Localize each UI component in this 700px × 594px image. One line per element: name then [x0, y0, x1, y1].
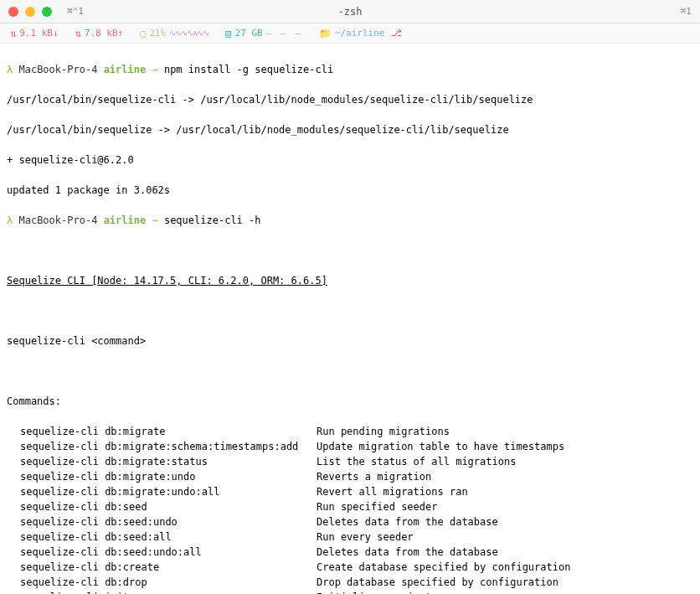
battery-value: 21%: [149, 28, 166, 39]
battery-icon: ▢: [140, 28, 146, 39]
prompt-host: MacBook-Pro-4: [18, 214, 97, 226]
command-alias: [690, 529, 693, 545]
command-description: Deletes data from the database: [317, 545, 690, 560]
disk-stat: ▤ 27 GB — — —: [225, 28, 301, 39]
command-description: Run specified seeder: [317, 499, 690, 514]
command-name: sequelize-cli db:create: [7, 560, 317, 575]
prompt-arrow: →: [152, 214, 157, 226]
command-alias: [690, 514, 693, 529]
command-name: sequelize-cli db:drop: [7, 575, 317, 590]
command-description: Create database specified by configurati…: [317, 560, 690, 575]
command-alias: [690, 545, 693, 560]
command-description: Run pending migrations: [317, 424, 690, 439]
command-description: Reverts a migration: [317, 469, 690, 484]
minimize-window-button[interactable]: [25, 7, 35, 17]
command-alias: [690, 454, 693, 469]
prompt-line: λ MacBook-Pro-4 airline → sequelize-cli …: [7, 213, 693, 228]
command-description: Drop database specified by configuration: [317, 575, 690, 590]
prompt-lambda: λ: [7, 64, 13, 75]
command-row: sequelize-cli db:seed:undo:allDeletes da…: [7, 545, 693, 560]
command-row: sequelize-cli db:migrate:statusList the …: [7, 454, 693, 469]
command-name: sequelize-cli db:seed:all: [7, 529, 317, 545]
command-alias: [690, 575, 693, 590]
command-alias: [690, 424, 693, 439]
command-alias: [690, 590, 693, 594]
command-row: sequelize-cli db:migrate:schema:timestam…: [7, 439, 693, 454]
git-branch-icon: ⎇: [391, 28, 402, 39]
window-titlebar: ⌘⌃1 -zsh ⌘1: [0, 0, 700, 23]
current-folder-stat: 📁 ~/airline ⎇: [319, 28, 403, 39]
window-title: -zsh: [338, 6, 363, 18]
command-name: sequelize-cli init: [7, 590, 317, 594]
disk-icon: ▤: [225, 28, 231, 39]
prompt-dir: airline: [104, 64, 147, 75]
output-line: /usr/local/bin/sequelize -> /usr/local/l…: [7, 122, 693, 137]
command-description: Initializes project: [317, 590, 690, 594]
command-row: sequelize-cli db:seed:allRun every seede…: [7, 529, 693, 545]
prompt-dir: airline: [104, 214, 147, 226]
prompt-host: MacBook-Pro-4: [18, 64, 97, 75]
close-window-button[interactable]: [8, 7, 18, 17]
commands-list: sequelize-cli db:migrateRun pending migr…: [7, 424, 693, 594]
maximize-window-button[interactable]: [42, 7, 52, 17]
command-description: Deletes data from the database: [317, 514, 690, 529]
upload-value: 7.8 kB↑: [85, 28, 123, 39]
command-text: sequelize-cli -h: [164, 214, 261, 226]
command-row: sequelize-cli db:migrateRun pending migr…: [7, 424, 693, 439]
command-row: sequelize-cli db:migrate:undo:allRevert …: [7, 484, 693, 499]
command-name: sequelize-cli db:migrate:undo:all: [7, 484, 317, 499]
command-name: sequelize-cli db:migrate:undo: [7, 469, 317, 484]
output-line: updated 1 package in 3.062s: [7, 183, 693, 198]
command-text: npm install -g sequelize-cli: [164, 64, 333, 75]
command-row: sequelize-cli db:seed:undoDeletes data f…: [7, 514, 693, 529]
command-row: sequelize-cli db:createCreate database s…: [7, 560, 693, 575]
command-description: List the status of all migrations: [317, 454, 690, 469]
cli-header: Sequelize CLI [Node: 14.17.5, CLI: 6.2.0…: [7, 273, 693, 288]
command-description: Run every seeder: [317, 529, 690, 545]
prompt-arrow: →: [152, 64, 157, 75]
command-alias: [690, 560, 693, 575]
command-name: sequelize-cli db:seed:undo:all: [7, 545, 317, 560]
command-row: sequelize-cli db:seedRun specified seede…: [7, 499, 693, 514]
command-alias: [690, 469, 693, 484]
command-alias: [690, 439, 693, 454]
blank-line: [7, 303, 693, 318]
usage-line: sequelize-cli <command>: [7, 333, 693, 349]
folder-path: ~/airline: [335, 28, 385, 39]
blank-line: [7, 243, 693, 258]
command-alias: [690, 484, 693, 499]
prompt-line: λ MacBook-Pro-4 airline → npm install -g…: [7, 62, 693, 77]
command-row: sequelize-cli db:migrate:undoReverts a m…: [7, 469, 693, 484]
command-name: sequelize-cli db:seed:undo: [7, 514, 317, 529]
command-description: Revert all migrations ran: [317, 484, 690, 499]
cpu-sparkline: ∿∿∿∿∧∿∿: [169, 28, 208, 38]
terminal-output[interactable]: λ MacBook-Pro-4 airline → npm install -g…: [0, 44, 700, 594]
download-value: 9.1 kB↓: [19, 28, 58, 39]
disk-sparkline: — — —: [266, 28, 302, 39]
command-name: sequelize-cli db:seed: [7, 499, 317, 514]
upload-icon: ⇅: [75, 28, 81, 39]
network-upload-stat: ⇅ 7.8 kB↑: [75, 28, 124, 39]
download-icon: ⇅: [10, 28, 16, 39]
output-line: /usr/local/bin/sequelize-cli -> /usr/loc…: [7, 92, 693, 107]
command-name: sequelize-cli db:migrate: [7, 424, 317, 439]
tab-shortcut-indicator: ⌘⌃1: [67, 6, 84, 17]
traffic-lights: [8, 7, 52, 17]
disk-value: 27 GB: [235, 28, 263, 39]
commands-label: Commands:: [7, 394, 693, 409]
command-description: Update migration table to have timestamp…: [317, 439, 690, 454]
blank-line: [7, 364, 693, 379]
network-download-stat: ⇅ 9.1 kB↓: [10, 28, 59, 39]
prompt-lambda: λ: [7, 214, 13, 226]
status-bar: ⇅ 9.1 kB↓ ⇅ 7.8 kB↑ ▢ 21% ∿∿∿∿∧∿∿ ▤ 27 G…: [0, 23, 700, 44]
output-line: + sequelize-cli@6.2.0: [7, 152, 693, 168]
command-name: sequelize-cli db:migrate:schema:timestam…: [7, 439, 317, 454]
command-name: sequelize-cli db:migrate:status: [7, 454, 317, 469]
command-row: sequelize-cli db:dropDrop database speci…: [7, 575, 693, 590]
folder-icon: 📁: [319, 28, 332, 39]
command-row: sequelize-cli initInitializes project: [7, 590, 693, 594]
pane-shortcut-indicator: ⌘1: [681, 6, 692, 17]
battery-stat: ▢ 21% ∿∿∿∿∧∿∿: [140, 28, 208, 39]
command-alias: [690, 499, 693, 514]
